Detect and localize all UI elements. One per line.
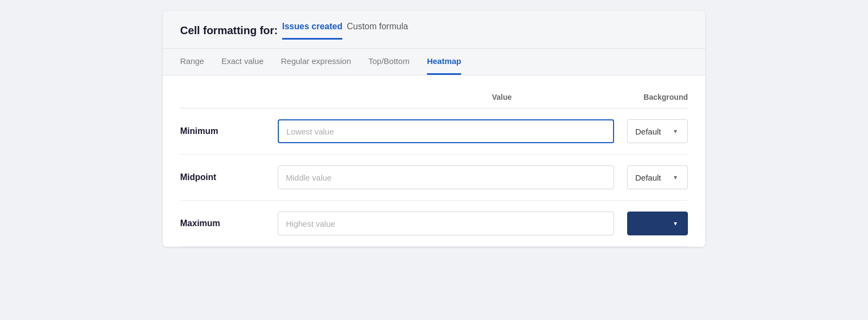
- form-row-midpoint: MidpointDefault▾: [180, 155, 688, 201]
- minimum-bg-dropdown[interactable]: Default▾: [627, 119, 688, 143]
- sub-tab-regular-expression[interactable]: Regular expression: [281, 49, 351, 75]
- rows-container: MinimumDefault▾MidpointDefault▾Maximum▾: [180, 108, 688, 247]
- sub-tab-top-bottom[interactable]: Top/Bottom: [368, 49, 410, 75]
- sub-tab-range[interactable]: Range: [180, 49, 204, 75]
- midpoint-bg-label: Default: [635, 173, 661, 182]
- midpoint-label: Midpoint: [180, 172, 265, 182]
- background-column-header: Background: [643, 93, 688, 101]
- column-headers: Value Background: [180, 93, 688, 108]
- header-prefix: Cell formatting for:: [180, 24, 278, 37]
- source-tab-issues-created[interactable]: Issues created: [282, 22, 342, 40]
- midpoint-bg-dropdown[interactable]: Default▾: [627, 165, 688, 189]
- source-tab-custom-formula[interactable]: Custom formula: [347, 22, 408, 40]
- form-row-minimum: MinimumDefault▾: [180, 108, 688, 155]
- maximum-bg-dropdown[interactable]: ▾: [627, 212, 688, 235]
- heatmap-content: Value Background MinimumDefault▾Midpoint…: [163, 75, 705, 247]
- sub-tabs-bar: RangeExact valueRegular expressionTop/Bo…: [163, 49, 705, 75]
- panel-header: Cell formatting for:Issues createdCustom…: [163, 11, 705, 49]
- header-top: Cell formatting for:Issues createdCustom…: [180, 22, 688, 40]
- maximum-chevron-icon: ▾: [671, 219, 680, 228]
- midpoint-chevron-icon: ▾: [671, 173, 680, 182]
- sub-tab-heatmap[interactable]: Heatmap: [427, 49, 461, 75]
- minimum-bg-label: Default: [635, 127, 661, 136]
- cell-formatting-panel: Cell formatting for:Issues createdCustom…: [163, 11, 705, 247]
- sub-tab-exact-value[interactable]: Exact value: [221, 49, 264, 75]
- minimum-label: Minimum: [180, 126, 265, 136]
- minimum-value-input[interactable]: [278, 119, 614, 143]
- midpoint-value-input[interactable]: [278, 165, 614, 189]
- value-column-header: Value: [360, 93, 644, 101]
- minimum-chevron-icon: ▾: [671, 127, 680, 136]
- form-row-maximum: Maximum▾: [180, 201, 688, 247]
- maximum-value-input[interactable]: [278, 212, 614, 235]
- maximum-label: Maximum: [180, 219, 265, 228]
